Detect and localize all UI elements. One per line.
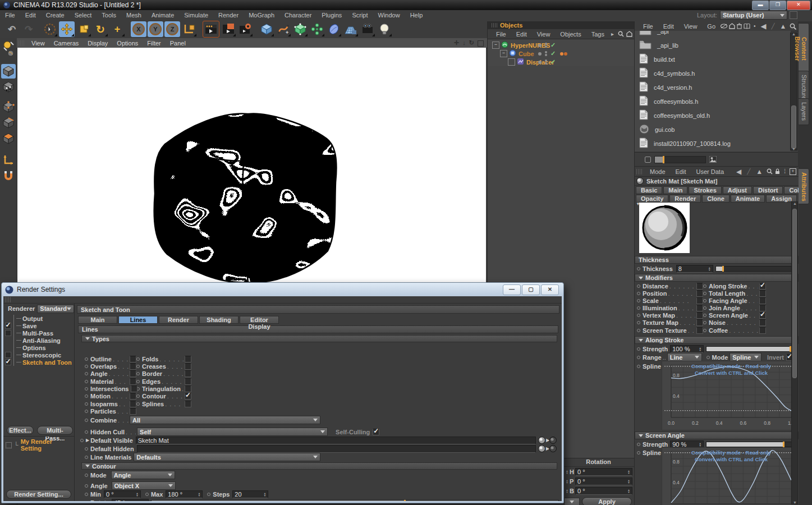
modifier-coffee-checkbox[interactable] [759,327,766,334]
home-icon[interactable] [729,23,735,29]
screen-angle-section-header[interactable]: Screen Angle [635,431,799,439]
rotate-view-icon[interactable]: ↻ [469,39,474,47]
catalog-icon[interactable] [744,24,750,29]
dialog-titlebar[interactable]: Render Settings — ▢ ✕ [2,283,563,296]
type-isoparms-checkbox[interactable] [130,401,136,407]
rotate-slider[interactable] [151,500,559,502]
thumb-size-small-icon[interactable] [645,157,651,163]
along-stroke-section-header[interactable]: Along Stroke [635,336,799,344]
attributes-menu-user-data[interactable]: User Data [691,168,730,175]
line-materials-dropdown[interactable]: Defaults [134,453,320,461]
modifier-illumination-checkbox[interactable] [696,305,703,311]
objects-menu-view[interactable]: View [532,31,556,38]
contour-header[interactable]: Contour [81,462,557,470]
render-settings-icon[interactable] [237,21,253,37]
rs-nav-output[interactable]: Output [3,315,74,322]
restore-icon[interactable]: ❐ [769,1,786,10]
type-angle-checkbox[interactable] [130,370,136,377]
viewport-canvas[interactable] [17,48,486,282]
visibility-dot-icon[interactable] [538,61,542,64]
nurbs-icon[interactable] [292,21,308,37]
spinner-fragment[interactable]: ▲▼ [566,479,568,484]
attributes-scrollbar[interactable]: ▲ ▼ [791,201,798,504]
modifier-vertex-map-checkbox[interactable] [696,312,703,319]
history-icon[interactable]: ⁞ [784,168,786,175]
modifier-noise-checkbox[interactable] [759,319,766,326]
array-icon[interactable] [309,21,325,37]
maximize-icon[interactable]: ▢ [522,284,540,295]
file-item-install20110907-100814-log[interactable]: install20110907_100814.log [635,136,791,150]
type-intersections-checkbox[interactable] [131,385,137,392]
default-visible-field[interactable]: Sketch Mat [136,437,536,444]
file-item-build-txt[interactable]: build.txt [635,52,791,66]
maximize-view-icon[interactable] [478,40,484,47]
eye-icon[interactable] [721,24,727,29]
spinner-fragment[interactable]: ▲▼ [566,470,568,474]
modifier-screen-texture-checkbox[interactable] [696,327,703,334]
last-tool-icon[interactable]: + [109,21,125,37]
rotate-icon[interactable]: ↻ [93,21,108,37]
attributes-menu-mode[interactable]: Mode [645,168,671,175]
self-culling-checkbox[interactable] [373,429,379,435]
object-tree-item-cube[interactable]: −Cube✓ [488,49,635,58]
axis-mode-icon[interactable] [1,153,16,167]
apply-button[interactable]: Apply [582,497,632,505]
menu-create[interactable]: Create [41,12,70,19]
attr-tab-clone[interactable]: Clone [702,195,730,203]
render-setting-item[interactable]: └ My Render Setting [6,438,74,452]
redo-icon[interactable]: ↷ [21,21,36,37]
panel-grip[interactable] [636,169,643,175]
home-icon[interactable] [626,31,632,37]
content-browser-menu-view[interactable]: View [679,23,703,30]
file-item-api-lib[interactable]: _api_lib [635,38,791,52]
attr-tab-color[interactable]: Color [784,186,799,194]
camera-icon[interactable] [360,21,375,37]
expander-icon[interactable]: − [500,50,507,57]
range-dropdown[interactable]: Line [667,353,702,361]
type-contour-checkbox[interactable] [185,393,191,400]
viewport-menu-display[interactable]: Display [83,40,112,47]
max-field[interactable]: 180 °▲▼ [166,490,203,498]
thumb-size-slider[interactable] [654,156,706,163]
close-icon[interactable]: ✕ [787,1,810,10]
expander-icon[interactable]: − [492,42,499,49]
combine-dropdown[interactable]: All [130,416,320,424]
nav-checkbox[interactable] [5,330,11,336]
thickness-slider[interactable] [715,266,794,272]
search-icon[interactable] [618,31,624,37]
rs-nav-sketch-and-toon[interactable]: Sketch and Toon [3,359,74,366]
layout-icon[interactable] [790,11,797,19]
panel-grip[interactable] [492,23,498,27]
attr-tab-basic[interactable]: Basic [636,186,662,194]
objects-menu-edit[interactable]: Edit [511,31,532,38]
type-material-checkbox[interactable] [130,378,136,385]
model-mode-icon[interactable] [1,64,16,79]
live-selection-icon[interactable] [42,21,58,37]
along-stroke-spline-graph[interactable]: 0.80.40.00.20.40.60.81.0Compatibility mo… [662,361,795,430]
editor-render-dots-icon[interactable] [545,51,547,56]
menu-file[interactable]: File [0,12,20,19]
material-preview[interactable] [639,203,690,253]
type-outline-checkbox[interactable] [130,356,136,362]
min-field[interactable]: 0 °▲▼ [104,490,141,498]
attr-tab-animate[interactable]: Animate [731,195,765,203]
menu-character[interactable]: Character [279,12,316,19]
enabled-check-icon[interactable]: ✓ [550,42,556,49]
attributes-menu-edit[interactable]: Edit [671,168,691,175]
types-header[interactable]: Types [81,335,557,342]
viewport-menu-panel[interactable]: Panel [166,40,190,47]
objects-menu-objects[interactable]: Objects [555,31,586,38]
viewport-menu-view[interactable]: View [27,40,49,47]
thumb-size-large-icon[interactable] [709,156,717,163]
zoom-icon[interactable]: ↓ [462,39,466,47]
viewport-menu-options[interactable]: Options [112,40,143,47]
back-icon[interactable]: ◀ [736,168,741,176]
object-tree-item-hypernurbs[interactable]: −HyperNURBS✓ [488,41,635,49]
nav-checkbox[interactable] [5,359,11,365]
menu-render[interactable]: Render [213,12,244,19]
tag-icons[interactable] [560,52,567,56]
viewport-menu-cameras[interactable]: Cameras [49,40,84,47]
coords-mode-dropdown[interactable] [564,498,580,505]
minimize-icon[interactable]: ▬ [752,1,769,10]
file-item-c4d-symbols-h[interactable]: c4d_symbols.h [635,66,791,80]
